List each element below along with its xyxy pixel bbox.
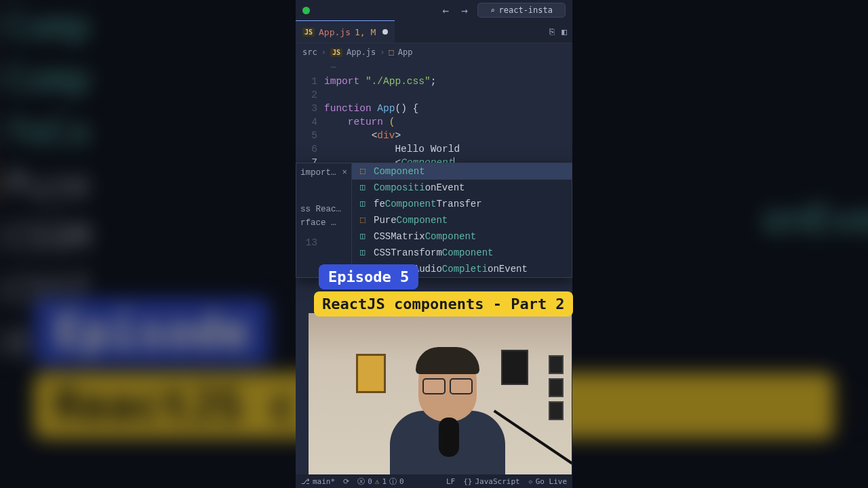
symbol-kind-icon: ◫	[357, 181, 368, 195]
breadcrumb-symbol[interactable]: App	[398, 47, 413, 57]
symbol-kind-icon: ◫	[357, 197, 368, 211]
autocomplete-item[interactable]: ◫feComponentTransfer	[352, 196, 572, 212]
tab-bar: JS App.js 1, M ⎘ ◧	[296, 20, 572, 43]
nav-back-icon[interactable]: ←	[440, 4, 452, 17]
split-editor-icon[interactable]: ◧	[561, 26, 567, 37]
autocomplete-item[interactable]: ◫CSSTransformComponent	[352, 245, 572, 261]
breadcrumb-folder[interactable]: src	[302, 47, 317, 57]
autocomplete-item[interactable]: ◫CompositionEvent	[352, 180, 572, 196]
command-search[interactable]: ⌕ react-insta	[477, 3, 566, 18]
symbol-kind-icon: ◫	[357, 230, 368, 243]
breadcrumb-file[interactable]: App.js	[347, 47, 376, 57]
tab-modified-indicator: 1, M	[355, 27, 376, 37]
autocomplete-item[interactable]: ◫CSSMatrixComponent	[352, 228, 572, 245]
search-icon: ⌕	[490, 6, 495, 15]
nav-forward-icon[interactable]: →	[458, 4, 471, 17]
symbol-kind-icon: ⬚	[357, 165, 368, 178]
tab-app-js[interactable]: JS App.js 1, M	[296, 20, 395, 43]
breadcrumb[interactable]: src › JS App.js › ⬚ App	[296, 43, 572, 61]
traffic-light-green[interactable]	[302, 7, 310, 14]
eol-indicator[interactable]: LF	[446, 477, 455, 486]
compare-changes-icon[interactable]: ⎘	[549, 26, 555, 37]
symbol-kind-icon: ◫	[357, 246, 368, 260]
js-file-icon: JS	[302, 28, 315, 37]
autocomplete-item[interactable]: ⬚Component	[352, 163, 572, 180]
symbol-kind-icon: ⬚	[357, 214, 368, 227]
autocomplete-popup[interactable]: import… × ss Reac… rface … ⬚Component◫Co…	[296, 163, 572, 278]
symbol-icon: ⬚	[389, 47, 394, 57]
status-bar: ⎇ main* ⟳ ⓧ 0 ⚠ 1 ⓘ 0 LF {} JavaScript ⟐…	[296, 474, 572, 488]
go-live[interactable]: ⟐ Go Live	[528, 477, 567, 486]
title-badge: ReactJS components - Part 2	[314, 291, 573, 317]
autocomplete-item[interactable]: ⬚PureComponent	[352, 212, 572, 228]
search-placeholder: react-insta	[499, 5, 553, 15]
close-icon[interactable]: ×	[342, 166, 347, 180]
js-file-icon: JS	[330, 48, 342, 57]
tab-filename: App.js	[319, 27, 351, 37]
autocomplete-doc-side: import… × ss Reac… rface …	[296, 163, 352, 277]
sync-icon[interactable]: ⟳	[343, 477, 349, 486]
window-titlebar: ← → ⌕ react-insta	[296, 0, 572, 20]
webcam-feed	[309, 313, 572, 476]
problems[interactable]: ⓧ 0 ⚠ 1 ⓘ 0	[357, 476, 404, 487]
language-mode[interactable]: {} JavaScript	[463, 477, 519, 486]
unsaved-dot-icon	[382, 29, 388, 35]
episode-badge: Episode 5	[319, 264, 418, 289]
git-branch[interactable]: ⎇ main*	[301, 477, 335, 486]
